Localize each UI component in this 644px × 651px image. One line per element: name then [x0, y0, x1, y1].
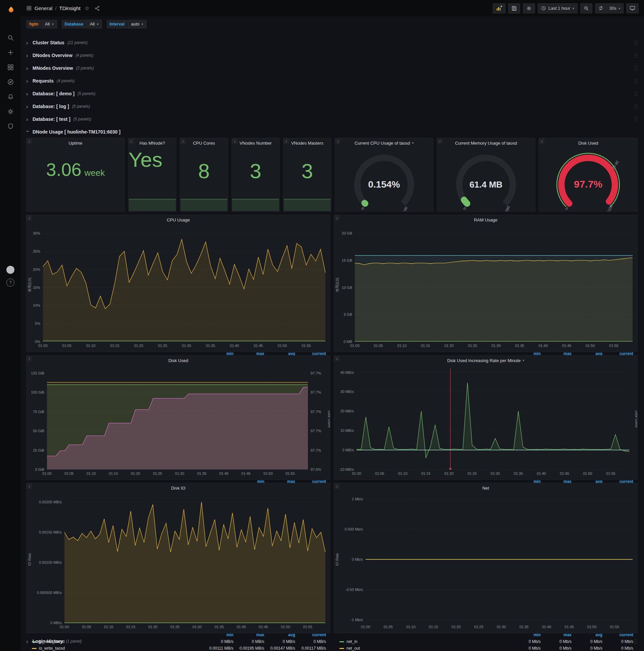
svg-text:25%: 25%	[33, 249, 40, 253]
panel-uptime: i Uptime 3.06 week	[26, 138, 125, 212]
panel-info-icon[interactable]: i	[128, 138, 134, 144]
row-drag-handle[interactable]	[634, 53, 638, 58]
panel-current-cpu-usage: i Current CPU Usage of taosd▾ 0.154%0100	[335, 138, 433, 212]
disk-used-chart[interactable]: 01:0001:0501:1001:1501:2001:2501:3001:35…	[27, 365, 330, 478]
variable-value-dropdown[interactable]: auto▾	[128, 20, 147, 29]
grafana-logo[interactable]	[0, 0, 21, 19]
row-drag-handle[interactable]	[634, 65, 638, 71]
svg-text:01:40: 01:40	[237, 625, 246, 629]
panel-menu-caret-icon[interactable]: ▾	[412, 141, 414, 145]
time-range-picker[interactable]: Last 1 hour ▾	[538, 3, 578, 13]
row-drag-handle[interactable]	[634, 78, 638, 84]
chevron-down-icon: ▾	[52, 20, 54, 28]
search-icon[interactable]	[3, 32, 18, 43]
user-avatar[interactable]	[6, 266, 14, 274]
panel-info-icon[interactable]: i	[283, 138, 289, 144]
panel-info-icon[interactable]: i	[27, 215, 32, 221]
server-admin-shield-icon[interactable]	[3, 121, 18, 131]
row-drag-handle[interactable]	[634, 117, 638, 122]
row-requests[interactable]: › Requests (4 panels)	[26, 76, 638, 86]
svg-text:30%: 30%	[33, 231, 40, 235]
panel-info-icon[interactable]: i	[27, 356, 32, 362]
panel-info-icon[interactable]: i	[334, 483, 340, 489]
save-dashboard-icon[interactable]	[508, 3, 520, 13]
row-dnode-usage-expanded[interactable]: › DNode Usage [ huolinhe-TM1701:6030 ]	[26, 127, 638, 137]
panel-title[interactable]: VNodes Masters	[291, 141, 323, 146]
panel-info-icon[interactable]: i	[437, 138, 443, 144]
variable-value-dropdown[interactable]: All▾	[87, 20, 102, 29]
row-drag-handle[interactable]	[634, 40, 638, 45]
share-icon[interactable]	[93, 4, 101, 12]
dashboard-settings-gear-icon[interactable]	[523, 3, 535, 13]
panel-title[interactable]: Has MNode?	[139, 141, 165, 146]
dashboards-icon[interactable]	[3, 62, 18, 72]
row-dnodes-overview[interactable]: › DNodes Overview (4 panels)	[26, 50, 638, 60]
row-database-demo[interactable]: › Database: [ demo ] (5 panels)	[26, 89, 638, 99]
disk-io-chart[interactable]: 01:0001:0501:1001:1501:2001:2501:3001:35…	[27, 493, 330, 631]
panel-title[interactable]: Current CPU Usage of taosd	[355, 141, 410, 146]
panel-menu-caret-icon[interactable]: ▾	[523, 359, 524, 362]
help-icon[interactable]: ?	[6, 279, 14, 286]
cycle-view-monitor-icon[interactable]	[626, 3, 639, 13]
svg-text:01:25: 01:25	[158, 344, 167, 348]
panel-info-icon[interactable]: i	[335, 138, 341, 144]
stat-sparkline	[232, 199, 279, 211]
breadcrumb-folder[interactable]: General	[35, 5, 52, 11]
row-database-test[interactable]: › Database: [ test ] (5 panels)	[26, 114, 638, 124]
svg-text:10 GB: 10 GB	[342, 285, 352, 289]
configuration-gear-icon[interactable]	[3, 106, 18, 117]
panel-title[interactable]: RAM Usage	[474, 217, 497, 222]
panel-info-icon[interactable]: i	[334, 215, 340, 221]
panel-title[interactable]: CPU Cores	[193, 141, 215, 146]
panel-title[interactable]: Disk IO	[171, 486, 186, 491]
panel-title[interactable]: Disk Used	[168, 358, 188, 363]
svg-text:01:20: 01:20	[451, 625, 461, 629]
svg-text:01:55: 01:55	[301, 344, 311, 348]
row-drag-handle[interactable]	[634, 104, 638, 110]
cpu-usage-chart[interactable]: 01:0001:0501:1001:1501:2001:2501:3001:35…	[27, 224, 330, 350]
variable-value-dropdown[interactable]: All▾	[41, 20, 57, 29]
net-chart[interactable]: 01:0001:0501:1001:1501:2001:2501:3001:35…	[334, 493, 637, 631]
svg-text:97.7%: 97.7%	[311, 448, 321, 452]
svg-text:01:10: 01:10	[104, 625, 114, 629]
panel-cpu-cores: i CPU Cores 8	[180, 138, 228, 212]
panel-info-icon[interactable]: i	[334, 356, 340, 362]
row-database-log[interactable]: › Database: [ log ] (5 panels)	[26, 101, 638, 112]
stat-sparkline	[284, 199, 331, 211]
alerting-bell-icon[interactable]	[3, 91, 18, 102]
panel-title[interactable]: VNodes Number	[239, 141, 272, 146]
svg-text:1585: 1585	[504, 205, 511, 211]
refresh-icon[interactable]	[595, 3, 607, 13]
zoom-out-icon[interactable]	[580, 3, 592, 13]
panel-disk-io: i Disk IO 01:0001:0501:1001:1501:2001:25…	[26, 483, 330, 633]
chevron-right-icon: ›	[26, 104, 30, 110]
disk-rate-chart[interactable]: 01:0001:0501:1001:1501:2001:2501:3001:35…	[334, 365, 637, 478]
memory-gauge: 61.4 MB01585	[437, 148, 535, 213]
panel-info-icon[interactable]: i	[232, 138, 237, 144]
svg-text:0 Mb/s: 0 Mb/s	[352, 557, 363, 561]
row-login-history[interactable]: › Login History (1 panel)	[26, 636, 638, 646]
favorite-star-icon[interactable]: ☆	[83, 4, 91, 13]
explore-compass-icon[interactable]	[3, 76, 18, 87]
row-drag-handle[interactable]	[634, 91, 638, 97]
add-panel-icon[interactable]	[493, 3, 506, 13]
navbar-controls: Last 1 hour ▾ 30s ▾	[493, 3, 639, 13]
svg-text:01:05: 01:05	[374, 344, 383, 348]
panel-info-icon[interactable]: i	[27, 483, 32, 489]
panel-info-icon[interactable]: i	[27, 138, 32, 144]
panel-title[interactable]: Net	[482, 486, 489, 491]
row-drag-handle[interactable]	[634, 639, 638, 644]
create-plus-icon[interactable]	[3, 47, 18, 58]
ram-usage-chart[interactable]: 01:0001:0501:1001:1501:2001:2501:3001:35…	[334, 224, 637, 350]
refresh-interval-picker[interactable]: 30s ▾	[606, 3, 624, 13]
panel-title[interactable]: Disk Used	[578, 141, 598, 146]
panel-title[interactable]: Current Memory Usage of taosd	[455, 141, 517, 146]
panel-title[interactable]: Uptime	[68, 141, 82, 146]
panel-title[interactable]: Disk Used Increasing Rate per Minute	[447, 358, 521, 363]
panel-info-icon[interactable]: i	[539, 138, 545, 144]
panel-title[interactable]: CPU Usage	[167, 217, 190, 222]
row-mnodes-overview[interactable]: › MNodes Overview (2 panels)	[26, 63, 638, 73]
svg-text:10 MB/s: 10 MB/s	[341, 429, 354, 433]
panel-info-icon[interactable]: i	[180, 138, 186, 144]
row-cluster-status[interactable]: › Cluster Status (21 panels)	[26, 38, 638, 48]
